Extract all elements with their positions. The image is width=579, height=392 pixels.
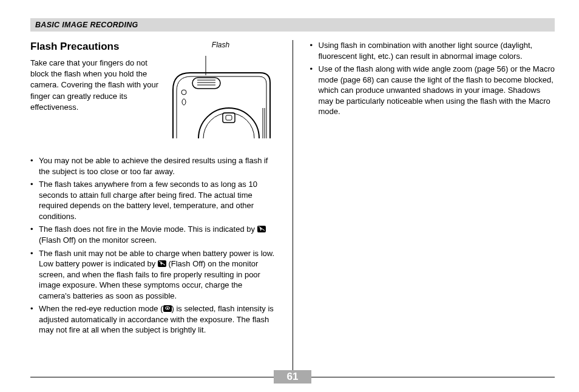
- list-item: You may not be able to achieve the desir…: [30, 155, 276, 177]
- right-column: Using flash in combination with another …: [310, 40, 555, 380]
- intro-block: Flash Precautions Take care that your fi…: [30, 40, 276, 138]
- page-footer: 61: [30, 370, 555, 384]
- footer-line: [30, 377, 274, 377]
- list-item: The flash does not fire in the Movie mod…: [30, 224, 276, 245]
- svg-rect-1: [192, 78, 220, 89]
- list-item: Using flash in combination with another …: [310, 40, 555, 61]
- intro-left: Flash Precautions Take care that your fi…: [30, 40, 160, 138]
- list-item: Use of the flash along with wide angle z…: [310, 64, 555, 117]
- section-header: BASIC IMAGE RECORDING: [30, 18, 555, 32]
- page-title: Flash Precautions: [30, 40, 160, 54]
- left-column: Flash Precautions Take care that your fi…: [30, 40, 276, 380]
- intro-text: Take care that your fingers do not block…: [30, 58, 160, 113]
- red-eye-icon: [163, 305, 172, 312]
- list-item: When the red-eye reduction mode () is se…: [30, 303, 276, 336]
- svg-rect-8: [226, 115, 232, 120]
- bullet-text: (Flash Off) on the monitor screen.: [39, 235, 157, 245]
- bullet-text: The flash does not fire in the Movie mod…: [39, 225, 257, 234]
- left-bullet-list: You may not be able to achieve the desir…: [30, 155, 276, 336]
- flash-off-icon: [158, 260, 166, 267]
- bullet-text: When the red-eye reduction mode (: [39, 304, 163, 313]
- page-number: 61: [274, 370, 312, 384]
- svg-rect-7: [223, 113, 235, 123]
- camera-illustration-svg: [169, 53, 273, 138]
- column-divider: [293, 40, 293, 380]
- footer-bar: 61: [30, 370, 555, 384]
- right-bullet-list: Using flash in combination with another …: [310, 40, 555, 117]
- svg-point-5: [181, 90, 186, 95]
- diagram-label: Flash: [212, 41, 229, 49]
- list-item: The flash unit may not be able to charge…: [30, 248, 276, 302]
- footer-line: [311, 377, 555, 377]
- svg-point-6: [182, 99, 186, 105]
- camera-diagram: Flash: [166, 40, 276, 138]
- content-columns: Flash Precautions Take care that your fi…: [30, 40, 555, 380]
- list-item: The flash takes anywhere from a few seco…: [30, 179, 276, 221]
- flash-off-icon: [257, 226, 266, 232]
- manual-page: BASIC IMAGE RECORDING Flash Precautions …: [0, 0, 579, 392]
